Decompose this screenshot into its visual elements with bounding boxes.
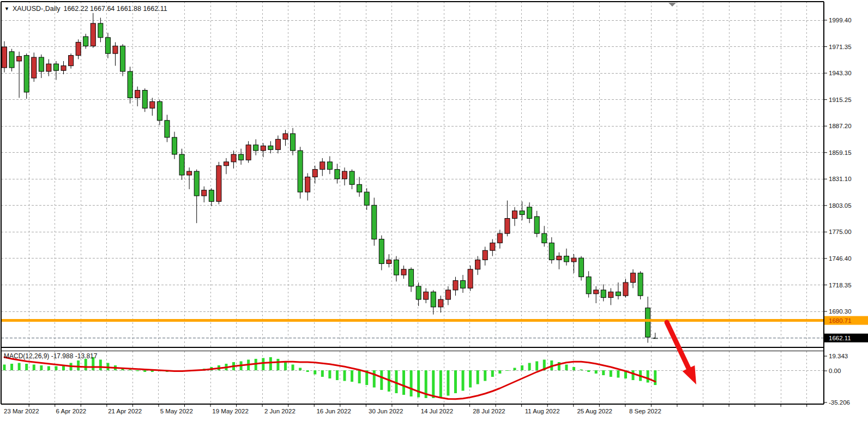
- date-axis-label: 16 Jun 2022: [316, 408, 351, 414]
- candle: [520, 211, 525, 215]
- candle: [202, 190, 207, 196]
- candle: [379, 239, 384, 264]
- candle: [468, 269, 473, 288]
- candle: [409, 269, 414, 286]
- price-axis-label: 1915.25: [829, 97, 852, 103]
- candle: [372, 205, 377, 239]
- date-axis-label: 25 Aug 2022: [577, 408, 612, 414]
- symbol-timeframe-label: XAUUSD-,Daily: [13, 5, 61, 13]
- candle: [268, 146, 273, 149]
- candle: [542, 233, 547, 243]
- candle: [312, 170, 317, 177]
- candle: [453, 281, 458, 290]
- date-axis-label: 21 Apr 2022: [108, 408, 142, 414]
- candle: [505, 219, 510, 234]
- candle: [497, 233, 502, 243]
- candle: [564, 256, 569, 262]
- candle: [216, 166, 221, 202]
- candle: [401, 269, 406, 275]
- symbol-dropdown-icon[interactable]: ▼: [4, 6, 9, 11]
- date-axis-label: 5 May 2022: [160, 408, 193, 414]
- candle: [601, 290, 606, 298]
- candle: [527, 207, 532, 219]
- arrow-shaft: [667, 322, 689, 369]
- date-axis-label: 30 Jun 2022: [369, 408, 403, 414]
- candle: [335, 170, 340, 179]
- candle: [305, 177, 310, 192]
- candle: [24, 56, 29, 92]
- candle: [594, 290, 599, 294]
- price-axis-label: 1999.40: [829, 17, 852, 23]
- candle: [69, 56, 74, 66]
- chart-title: ▼XAUUSD-,Daily1662.22 1667.64 1661.88 16…: [4, 5, 167, 13]
- price-axis-label: 1943.30: [829, 70, 852, 76]
- candle: [631, 273, 636, 282]
- macd-axis-label: -35.206: [829, 399, 850, 406]
- candle: [61, 66, 66, 71]
- candle: [298, 151, 303, 192]
- candle: [120, 46, 125, 71]
- candle: [53, 64, 58, 70]
- candle: [646, 308, 650, 338]
- candle: [246, 145, 251, 160]
- date-axis-label: 19 May 2022: [212, 408, 249, 414]
- candle: [638, 273, 643, 296]
- candle: [261, 146, 266, 151]
- price-axis-label: 1775.00: [829, 228, 852, 235]
- candle: [76, 42, 81, 55]
- candle: [209, 190, 214, 202]
- price-macd-chart-canvas[interactable]: 1999.401971.351943.301915.251887.201859.…: [0, 0, 868, 421]
- candle: [9, 52, 14, 68]
- price-axis-label: 1718.35: [829, 282, 852, 288]
- macd-axis-label: 0.00: [829, 368, 841, 374]
- candle: [46, 64, 51, 71]
- candle: [231, 154, 236, 162]
- candle: [187, 171, 192, 175]
- price-axis-label: 1831.10: [829, 176, 852, 182]
- candle: [113, 46, 118, 53]
- candle: [438, 299, 443, 307]
- macd-axis-label: 19.343: [829, 353, 848, 359]
- candle: [534, 216, 539, 233]
- candle: [387, 260, 391, 264]
- candle: [83, 37, 88, 46]
- candle: [557, 256, 562, 260]
- candle: [254, 145, 258, 151]
- candle: [172, 137, 177, 154]
- price-axis-label: 1971.35: [829, 44, 852, 50]
- candle: [150, 101, 155, 108]
- candles: [2, 13, 658, 343]
- price-axis-label: 1746.40: [829, 255, 852, 262]
- candle: [239, 154, 244, 160]
- date-axis-label: 23 Mar 2022: [4, 408, 39, 414]
- price-axis-label: 1803.05: [829, 202, 852, 209]
- candle: [128, 71, 132, 98]
- date-axis-label: 14 Jul 2022: [421, 408, 453, 414]
- arrow-head: [683, 365, 696, 384]
- price-axis-label: 1690.30: [829, 308, 852, 315]
- chart-window: 1999.401971.351943.301915.251887.201859.…: [0, 0, 868, 421]
- candle: [349, 171, 354, 184]
- macd-indicator-label: MACD(12,26,9) -17.988 -13.817: [4, 352, 97, 360]
- candle: [179, 154, 184, 175]
- candle: [135, 91, 140, 98]
- candle: [291, 134, 296, 151]
- candle: [571, 258, 576, 262]
- level-price-tag-label: 1680.71: [829, 317, 852, 324]
- candle: [586, 277, 591, 294]
- price-axis-label: 1887.20: [829, 123, 852, 129]
- candle: [512, 211, 517, 219]
- candle: [357, 184, 362, 192]
- candle: [320, 162, 325, 170]
- time-axis: 23 Mar 20226 Apr 202221 Apr 20225 May 20…: [4, 404, 807, 414]
- candle: [416, 286, 421, 299]
- current-price-tag-label: 1662.11: [829, 335, 851, 341]
- date-axis-label: 2 Jun 2022: [264, 408, 296, 414]
- candle: [616, 292, 620, 296]
- candle: [394, 260, 399, 275]
- candle: [549, 243, 554, 260]
- price-axis: 1999.401971.351943.301915.251887.201859.…: [824, 17, 868, 406]
- shift-marker-icon[interactable]: [668, 3, 676, 7]
- date-axis-label: 28 Jul 2022: [473, 408, 505, 414]
- candle: [445, 290, 450, 299]
